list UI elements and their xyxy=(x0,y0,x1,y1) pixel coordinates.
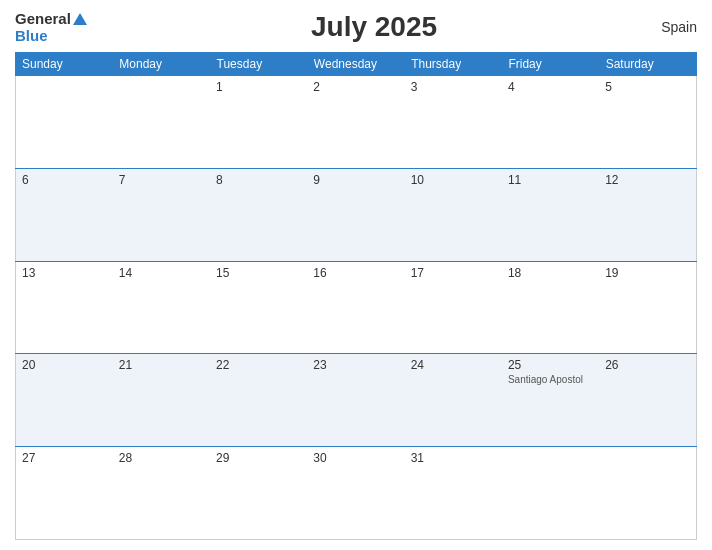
country-label: Spain xyxy=(661,19,697,35)
column-header-friday: Friday xyxy=(502,53,599,76)
calendar-cell: 18 xyxy=(502,261,599,354)
calendar-cell: 24 xyxy=(405,354,502,447)
calendar-cell: 20 xyxy=(16,354,113,447)
calendar-cell: 17 xyxy=(405,261,502,354)
logo-general-text: General xyxy=(15,10,87,28)
calendar-week-row: 12345 xyxy=(16,76,697,169)
calendar-cell: 31 xyxy=(405,447,502,540)
calendar-cell: 6 xyxy=(16,168,113,261)
day-number: 2 xyxy=(313,80,398,94)
day-number: 19 xyxy=(605,266,690,280)
day-number: 1 xyxy=(216,80,301,94)
calendar-cell xyxy=(599,447,696,540)
day-number: 10 xyxy=(411,173,496,187)
calendar-cell: 5 xyxy=(599,76,696,169)
month-title: July 2025 xyxy=(311,11,437,43)
calendar-cell: 9 xyxy=(307,168,404,261)
column-header-sunday: Sunday xyxy=(16,53,113,76)
calendar-cell: 13 xyxy=(16,261,113,354)
calendar-cell: 16 xyxy=(307,261,404,354)
day-number: 24 xyxy=(411,358,496,372)
day-number: 23 xyxy=(313,358,398,372)
calendar-cell: 28 xyxy=(113,447,210,540)
calendar-cell: 29 xyxy=(210,447,307,540)
calendar-header-row: SundayMondayTuesdayWednesdayThursdayFrid… xyxy=(16,53,697,76)
calendar-cell: 22 xyxy=(210,354,307,447)
day-number: 20 xyxy=(22,358,107,372)
calendar-cell: 30 xyxy=(307,447,404,540)
column-header-tuesday: Tuesday xyxy=(210,53,307,76)
day-number: 3 xyxy=(411,80,496,94)
logo-triangle-icon xyxy=(73,13,87,25)
day-number: 9 xyxy=(313,173,398,187)
day-number: 27 xyxy=(22,451,107,465)
calendar-week-row: 6789101112 xyxy=(16,168,697,261)
calendar-cell: 12 xyxy=(599,168,696,261)
day-number: 4 xyxy=(508,80,593,94)
calendar-cell: 4 xyxy=(502,76,599,169)
day-number: 14 xyxy=(119,266,204,280)
calendar-cell: 26 xyxy=(599,354,696,447)
day-number: 30 xyxy=(313,451,398,465)
calendar-cell: 15 xyxy=(210,261,307,354)
calendar-cell: 27 xyxy=(16,447,113,540)
day-number: 16 xyxy=(313,266,398,280)
column-header-saturday: Saturday xyxy=(599,53,696,76)
calendar-cell: 3 xyxy=(405,76,502,169)
logo: General Blue xyxy=(15,10,87,44)
day-number: 15 xyxy=(216,266,301,280)
event-label: Santiago Apostol xyxy=(508,374,593,385)
day-number: 25 xyxy=(508,358,593,372)
day-number: 22 xyxy=(216,358,301,372)
day-number: 13 xyxy=(22,266,107,280)
calendar-cell: 11 xyxy=(502,168,599,261)
day-number: 26 xyxy=(605,358,690,372)
calendar-cell: 14 xyxy=(113,261,210,354)
column-header-monday: Monday xyxy=(113,53,210,76)
calendar-week-row: 2728293031 xyxy=(16,447,697,540)
calendar-cell: 2 xyxy=(307,76,404,169)
calendar-cell: 19 xyxy=(599,261,696,354)
calendar-cell: 21 xyxy=(113,354,210,447)
calendar-cell xyxy=(502,447,599,540)
calendar-cell: 10 xyxy=(405,168,502,261)
calendar-cell: 8 xyxy=(210,168,307,261)
logo-blue-text: Blue xyxy=(15,28,87,45)
day-number: 17 xyxy=(411,266,496,280)
calendar-week-row: 202122232425Santiago Apostol26 xyxy=(16,354,697,447)
calendar-table: SundayMondayTuesdayWednesdayThursdayFrid… xyxy=(15,52,697,540)
day-number: 6 xyxy=(22,173,107,187)
day-number: 11 xyxy=(508,173,593,187)
day-number: 21 xyxy=(119,358,204,372)
day-number: 18 xyxy=(508,266,593,280)
day-number: 28 xyxy=(119,451,204,465)
column-header-wednesday: Wednesday xyxy=(307,53,404,76)
calendar-week-row: 13141516171819 xyxy=(16,261,697,354)
calendar-cell: 23 xyxy=(307,354,404,447)
day-number: 31 xyxy=(411,451,496,465)
day-number: 29 xyxy=(216,451,301,465)
day-number: 8 xyxy=(216,173,301,187)
calendar-cell xyxy=(16,76,113,169)
column-header-thursday: Thursday xyxy=(405,53,502,76)
calendar-cell xyxy=(113,76,210,169)
day-number: 5 xyxy=(605,80,690,94)
calendar-cell: 1 xyxy=(210,76,307,169)
calendar-cell: 7 xyxy=(113,168,210,261)
page-header: General Blue July 2025 Spain xyxy=(15,10,697,44)
day-number: 12 xyxy=(605,173,690,187)
calendar-cell: 25Santiago Apostol xyxy=(502,354,599,447)
day-number: 7 xyxy=(119,173,204,187)
